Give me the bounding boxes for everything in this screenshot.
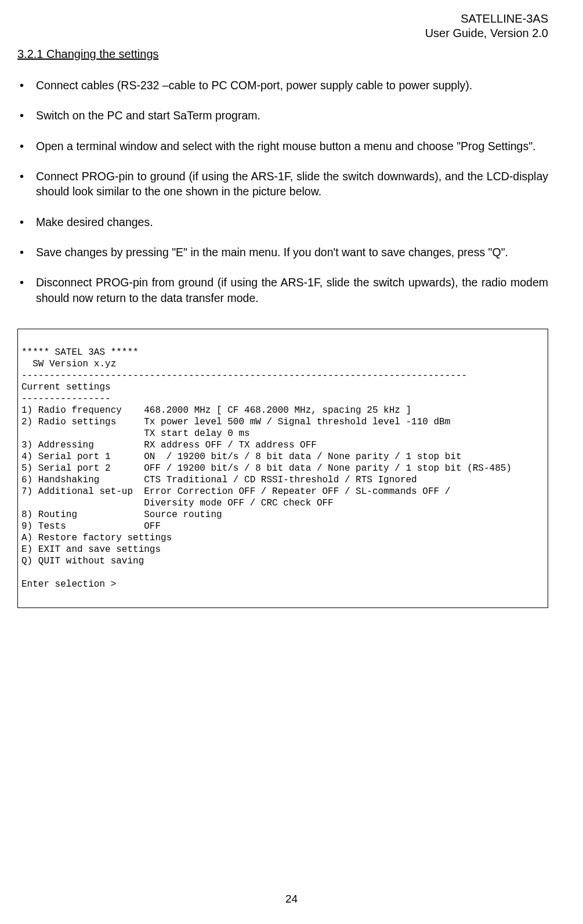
page-header: SATELLINE-3AS User Guide, Version 2.0 bbox=[17, 12, 548, 41]
page: SATELLINE-3AS User Guide, Version 2.0 3.… bbox=[0, 0, 583, 924]
list-item: Save changes by pressing "E" in the main… bbox=[17, 245, 548, 260]
page-number: 24 bbox=[0, 892, 583, 907]
instruction-list: Connect cables (RS-232 –cable to PC COM-… bbox=[17, 78, 548, 305]
header-line-1: SATELLINE-3AS bbox=[17, 12, 548, 26]
list-item: Make desired changes. bbox=[17, 214, 548, 230]
terminal-output: ***** SATEL 3AS ***** SW Version x.yz --… bbox=[17, 329, 548, 608]
section-heading: 3.2.1 Changing the settings bbox=[17, 46, 548, 61]
list-item: Switch on the PC and start SaTerm progra… bbox=[17, 108, 548, 123]
list-item: Open a terminal window and select with t… bbox=[17, 139, 548, 154]
list-item: Connect cables (RS-232 –cable to PC COM-… bbox=[17, 78, 548, 93]
list-item: Connect PROG-pin to ground (if using the… bbox=[17, 169, 548, 199]
header-line-2: User Guide, Version 2.0 bbox=[17, 26, 548, 41]
list-item: Disconnect PROG-pin from ground (if usin… bbox=[17, 275, 548, 305]
